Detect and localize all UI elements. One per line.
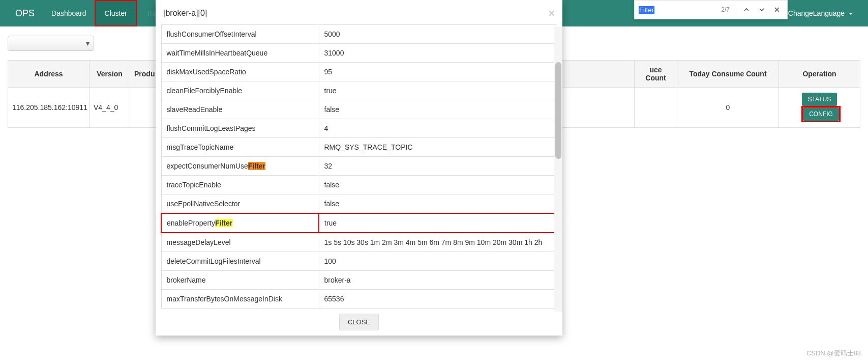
change-language-dropdown[interactable]: ChangeLanguage: [781, 9, 860, 17]
col-produce-count-partial: uce Count: [635, 61, 677, 88]
config-key: slaveReadEnable: [161, 100, 319, 119]
modal-footer: CLOSE: [156, 309, 562, 336]
config-key: maxTransferBytesOnMessageInDisk: [161, 290, 319, 309]
divider: [736, 5, 736, 15]
config-value: 31000: [319, 44, 557, 63]
config-value: false: [319, 194, 557, 214]
find-prev-icon[interactable]: [740, 4, 753, 16]
find-in-page-bar: Filter 2/7: [634, 0, 788, 19]
find-input[interactable]: Filter: [639, 6, 718, 14]
config-row: brokerNamebroker-a: [161, 271, 557, 290]
config-row: cleanFileForciblyEnabletrue: [161, 81, 557, 100]
config-value: 100: [319, 252, 557, 271]
watermark: CSDN @爱码士88: [806, 349, 861, 358]
cell-produce-count: [635, 88, 677, 128]
col-address: Address: [8, 61, 89, 88]
config-row: maxTransferBytesOnMessageInDisk65536: [161, 290, 557, 309]
close-button[interactable]: CLOSE: [339, 314, 379, 330]
config-row: flushCommitLogLeastPages4: [161, 119, 557, 138]
config-value: true: [319, 81, 557, 100]
cluster-select[interactable]: ▾: [8, 36, 94, 51]
config-row: deleteCommitLogFilesInterval100: [161, 252, 557, 271]
modal-title: [broker-a][0]: [163, 9, 207, 18]
cell-operation: STATUS CONFIG: [779, 88, 860, 128]
config-value: 4: [319, 119, 557, 138]
config-key: enablePropertyFilter: [161, 213, 319, 233]
search-highlight: Filter: [215, 219, 232, 227]
find-next-icon[interactable]: [756, 4, 768, 16]
config-row: traceTopicEnablefalse: [161, 176, 557, 194]
config-value: broker-a: [319, 271, 557, 290]
config-modal: [broker-a][0] × flushConsumerOffsetInter…: [156, 0, 562, 336]
config-key: diskMaxUsedSpaceRatio: [161, 63, 319, 81]
config-value: 1s 5s 10s 30s 1m 2m 3m 4m 5m 6m 7m 8m 9m…: [319, 233, 557, 252]
find-count: 2/7: [721, 6, 730, 13]
config-row: messageDelayLevel1s 5s 10s 30s 1m 2m 3m …: [161, 233, 557, 252]
chevron-down-icon: [849, 13, 853, 15]
cell-address: 116.205.185.162:10911: [8, 88, 89, 128]
col-consume-count: Today Consume Count: [677, 61, 779, 88]
close-icon[interactable]: ×: [549, 8, 555, 18]
config-key: messageDelayLevel: [161, 233, 319, 252]
modal-body: flushConsumerOffsetInterval5000waitTimeM…: [156, 24, 562, 309]
modal-header: [broker-a][0] ×: [156, 0, 562, 24]
config-row: slaveReadEnablefalse: [161, 100, 557, 119]
scrollbar-thumb[interactable]: [555, 62, 561, 159]
config-key: deleteCommitLogFilesInterval: [161, 252, 319, 271]
config-row: useEpollNativeSelectorfalse: [161, 194, 557, 214]
config-key: flushCommitLogLeastPages: [161, 119, 319, 138]
cell-version: V4_4_0: [89, 88, 130, 128]
config-value: RMQ_SYS_TRACE_TOPIC: [319, 138, 557, 157]
chevron-down-icon: ▾: [86, 39, 89, 47]
col-produce-partial: Produ: [130, 61, 159, 88]
search-highlight: Filter: [248, 162, 265, 170]
brand-logo: OPS: [8, 8, 42, 19]
config-key: expectConsumerNumUseFilter: [161, 157, 319, 176]
modal-scrollbar[interactable]: [554, 26, 562, 312]
config-value: 5000: [319, 25, 557, 44]
config-row: enablePropertyFiltertrue: [161, 213, 557, 233]
config-row: flushConsumerOffsetInterval5000: [161, 25, 557, 44]
config-value: 95: [319, 63, 557, 81]
config-value: 32: [319, 157, 557, 176]
cell-produce: [130, 88, 159, 128]
config-row: expectConsumerNumUseFilter32: [161, 157, 557, 176]
config-row: waitTimeMillsInHeartbeatQueue31000: [161, 44, 557, 63]
config-key: cleanFileForciblyEnable: [161, 81, 319, 100]
config-row: msgTraceTopicNameRMQ_SYS_TRACE_TOPIC: [161, 138, 557, 157]
nav-item-cluster[interactable]: Cluster: [95, 0, 137, 26]
config-key: flushConsumerOffsetInterval: [161, 25, 319, 44]
config-key: waitTimeMillsInHeartbeatQueue: [161, 44, 319, 63]
config-value: false: [319, 100, 557, 119]
col-operation: Operation: [779, 61, 860, 88]
cell-consume-count: 0: [677, 88, 779, 128]
status-button[interactable]: STATUS: [802, 93, 837, 106]
config-key: useEpollNativeSelector: [161, 194, 319, 214]
config-value: true: [319, 213, 557, 233]
change-language-label: ChangeLanguage: [788, 9, 845, 17]
config-key: msgTraceTopicName: [161, 138, 319, 157]
config-value: false: [319, 176, 557, 194]
config-table: flushConsumerOffsetInterval5000waitTimeM…: [161, 24, 557, 309]
nav-item-dashboard[interactable]: Dashboard: [42, 0, 96, 26]
config-value: 65536: [319, 290, 557, 309]
config-highlight-box: CONFIG: [801, 106, 841, 122]
col-version: Version: [89, 61, 130, 88]
config-button[interactable]: CONFIG: [803, 107, 839, 121]
config-key: brokerName: [161, 271, 319, 290]
config-key: traceTopicEnable: [161, 176, 319, 194]
find-close-icon[interactable]: [771, 4, 783, 16]
config-row: diskMaxUsedSpaceRatio95: [161, 63, 557, 81]
